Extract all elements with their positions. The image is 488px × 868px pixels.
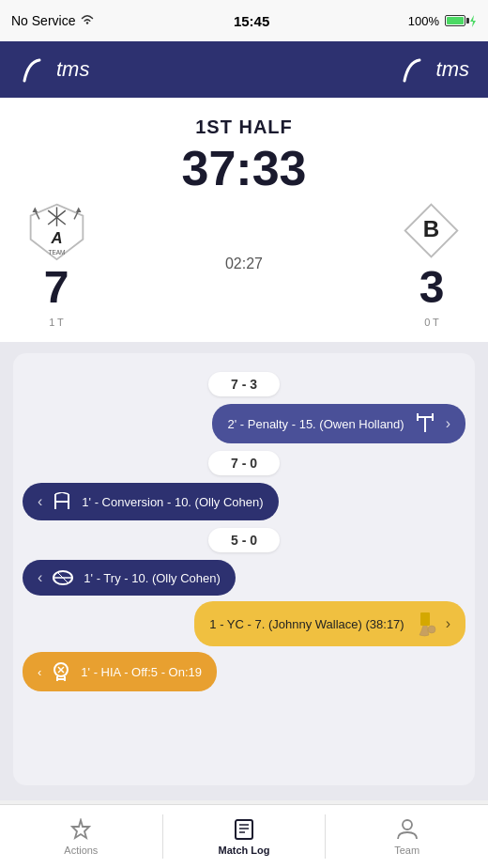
score-row: A TEAM 7 1 T 02:27 B 3 0 T <box>14 200 474 328</box>
score-badge-3: 5 - 0 <box>23 528 465 552</box>
team-icon <box>395 818 419 841</box>
score-section: 1ST HALF 37:33 A TEAM <box>0 98 488 342</box>
home-score: 7 <box>23 261 89 313</box>
log-section: 7 - 3 2' - Penalty - 15. (Owen Holland) … <box>13 353 475 785</box>
svg-marker-10 <box>32 208 38 213</box>
charging-icon <box>469 15 477 27</box>
event-row-3[interactable]: ‹ 1' - Try - 10. (Olly Cohen) <box>23 560 465 596</box>
svg-text:B: B <box>423 216 439 241</box>
away-score: 3 <box>399 261 465 313</box>
home-team: A TEAM 7 1 T <box>23 200 89 328</box>
badge-text-2: 7 - 0 <box>208 451 280 475</box>
svg-rect-34 <box>236 820 252 839</box>
tms-logo-right-icon <box>399 54 429 85</box>
status-left: No Service <box>11 13 95 28</box>
match-log-container[interactable]: 7 - 3 2' - Penalty - 15. (Owen Holland) … <box>0 342 488 800</box>
arrow-left-5: ‹ <box>38 665 41 679</box>
header-brand-right: tms <box>436 57 469 82</box>
svg-text:A: A <box>50 230 62 248</box>
wifi-icon <box>80 13 95 28</box>
header-brand-left: tms <box>56 57 89 82</box>
svg-point-38 <box>403 820 412 829</box>
event-text-4: 1 - YC - 7. (Johnny Wallace) (38:17) <box>209 617 404 631</box>
event-text-2: 1' - Conversion - 10. (Olly Cohen) <box>82 495 263 509</box>
away-tries: 0 T <box>424 317 439 328</box>
svg-point-26 <box>428 626 435 633</box>
status-time: 15:45 <box>234 13 269 29</box>
event-row-1[interactable]: 2' - Penalty - 15. (Owen Holland) › <box>23 404 465 443</box>
actions-icon <box>69 818 93 841</box>
header-logo-left: tms <box>19 54 89 85</box>
nav-label-actions: Actions <box>64 845 98 856</box>
goalpost-icon <box>414 413 436 434</box>
arrow-right-1: › <box>446 415 450 432</box>
away-team: B 3 0 T <box>399 200 465 328</box>
nav-item-matchlog[interactable]: Match Log <box>163 805 326 868</box>
battery-fill <box>447 17 464 24</box>
svg-line-21 <box>62 492 69 494</box>
event-row-2[interactable]: ‹ 1' - Conversion - 10. (Olly Cohen) <box>23 483 465 520</box>
score-center: 02:27 <box>225 256 263 272</box>
arrow-left-2: ‹ <box>38 493 42 510</box>
home-team-logo: A TEAM <box>26 200 87 261</box>
svg-marker-0 <box>470 15 476 27</box>
yellow-card-hand-icon <box>414 611 436 637</box>
status-bar: No Service 15:45 100% <box>0 0 488 41</box>
half-label: 1ST HALF <box>195 116 293 138</box>
header-logo-right: tms <box>399 54 469 85</box>
badge-text-1: 7 - 3 <box>208 372 280 396</box>
arrow-right-4: › <box>446 615 450 632</box>
event-bubble-yellow-card[interactable]: 1 - YC - 7. (Johnny Wallace) (38:17) › <box>194 601 465 646</box>
arrow-left-3: ‹ <box>38 569 42 586</box>
nav-label-matchlog: Match Log <box>219 845 270 856</box>
away-team-logo: B <box>401 200 462 261</box>
status-right: 100% <box>408 14 477 28</box>
event-row-5[interactable]: ‹ 1' - HIA - Off:5 - On:19 <box>23 652 465 691</box>
app-header: tms tms <box>0 41 488 98</box>
svg-marker-9 <box>75 208 81 213</box>
event-text-1: 2' - Penalty - 15. (Owen Holland) <box>227 417 404 431</box>
event-bubble-penalty[interactable]: 2' - Penalty - 15. (Owen Holland) › <box>212 404 465 443</box>
badge-text-3: 5 - 0 <box>208 528 280 552</box>
event-bubble-hia[interactable]: ‹ 1' - HIA - Off:5 - On:19 <box>23 652 217 691</box>
score-badge-2: 7 - 0 <box>23 451 465 475</box>
svg-text:TEAM: TEAM <box>48 249 65 256</box>
battery-percent: 100% <box>408 14 439 28</box>
score-badge-1: 7 - 3 <box>23 372 465 396</box>
svg-line-20 <box>55 492 62 494</box>
hia-icon <box>51 661 71 682</box>
tms-logo-left-icon <box>19 54 49 85</box>
nav-label-team: Team <box>394 845 419 856</box>
matchlog-icon <box>233 818 255 841</box>
rugby-ball-icon <box>52 569 74 586</box>
svg-marker-33 <box>72 820 89 838</box>
event-bubble-conversion[interactable]: ‹ 1' - Conversion - 10. (Olly Cohen) <box>23 483 279 520</box>
nav-item-team[interactable]: Team <box>326 805 488 868</box>
event-row-4[interactable]: 1 - YC - 7. (Johnny Wallace) (38:17) › <box>23 601 465 646</box>
main-timer: 37:33 <box>182 142 307 195</box>
svg-rect-25 <box>420 612 430 626</box>
event-text-3: 1' - Try - 10. (Olly Cohen) <box>84 571 221 585</box>
nav-item-actions[interactable]: Actions <box>0 805 162 868</box>
carrier-text: No Service <box>11 13 75 28</box>
event-bubble-try[interactable]: ‹ 1' - Try - 10. (Olly Cohen) <box>23 560 236 596</box>
bottom-nav: Actions Match Log Team <box>0 804 488 868</box>
sub-timer: 02:27 <box>225 256 263 272</box>
hposts-icon <box>52 492 72 511</box>
battery-icon <box>445 15 465 26</box>
event-text-5: 1' - HIA - Off:5 - On:19 <box>81 665 202 679</box>
home-tries: 1 T <box>49 317 64 328</box>
